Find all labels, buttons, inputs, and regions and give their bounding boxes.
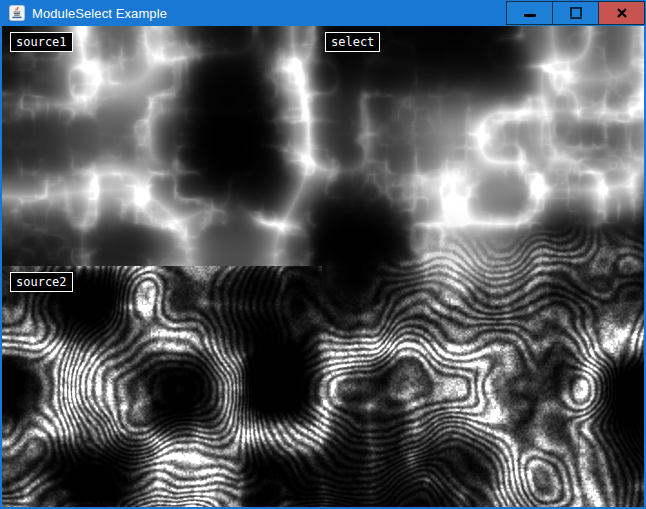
render-area: source1 select source2: [2, 26, 644, 507]
maximize-button[interactable]: [552, 1, 599, 25]
close-icon: [616, 7, 628, 19]
window-title: ModuleSelect Example: [32, 6, 167, 21]
minimize-icon: [524, 14, 536, 17]
java-coffee-cup-icon: [9, 5, 25, 21]
label-source2: source2: [10, 272, 73, 292]
label-select: select: [325, 32, 380, 52]
app-window: ModuleSelect Example source1 select sour…: [0, 0, 646, 509]
titlebar[interactable]: ModuleSelect Example: [0, 0, 646, 26]
noise-render-canvas: [2, 26, 644, 507]
window-controls: [507, 1, 645, 25]
minimize-button[interactable]: [506, 1, 553, 25]
label-source1: source1: [10, 32, 73, 52]
close-button[interactable]: [598, 1, 645, 25]
maximize-icon: [570, 7, 582, 19]
